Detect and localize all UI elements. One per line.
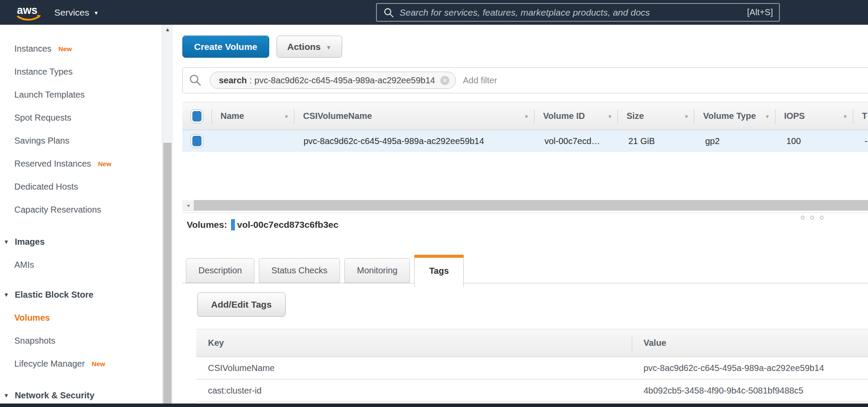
cell-volume-id: vol-00c7ecd… bbox=[535, 136, 619, 146]
actions-label: Actions bbox=[287, 42, 321, 52]
cell-throughput: - bbox=[855, 136, 868, 146]
horizontal-scrollbar-thumb[interactable] bbox=[194, 200, 868, 210]
aws-logo[interactable]: aws bbox=[16, 3, 43, 23]
sidebar-section-label: Network & Security bbox=[15, 391, 94, 400]
tags-table-header: Key Value bbox=[196, 329, 868, 357]
chevron-down-icon: ▼ bbox=[94, 9, 99, 16]
column-header-csivolumename[interactable]: CSIVolumeName ▾ bbox=[294, 102, 534, 130]
sort-caret-icon: ▾ bbox=[844, 113, 847, 120]
sort-caret-icon: ▾ bbox=[766, 113, 769, 120]
table-row[interactable]: pvc-8ac9d62c-c645-495a-989a-ac292ee59b14… bbox=[182, 130, 868, 152]
column-header-volume-id[interactable]: Volume ID ▾ bbox=[534, 102, 617, 130]
sort-caret-icon: ▾ bbox=[685, 113, 688, 120]
column-label: T bbox=[862, 111, 867, 121]
add-edit-tags-label: Add/Edit Tags bbox=[211, 299, 272, 310]
panel-title-prefix: Volumes: bbox=[187, 220, 227, 230]
tab-monitoring[interactable]: Monitoring bbox=[344, 258, 410, 283]
new-badge: New bbox=[98, 160, 112, 167]
sidebar-section-elastic-block-store[interactable]: ▼ Elastic Block Store bbox=[0, 283, 162, 306]
remove-filter-icon[interactable]: ✕ bbox=[440, 76, 449, 85]
create-volume-button[interactable]: Create Volume bbox=[182, 36, 269, 58]
global-search-input[interactable]: Search for services, features, marketpla… bbox=[376, 3, 780, 22]
sidebar-item-label: Lifecycle Manager bbox=[14, 359, 85, 369]
top-navigation-bar: aws Services ▼ Search for services, feat… bbox=[0, 0, 868, 25]
add-edit-tags-button[interactable]: Add/Edit Tags bbox=[197, 292, 286, 317]
sidebar-scrollbar[interactable]: ▲ bbox=[162, 25, 173, 404]
panel-resize-handle[interactable] bbox=[801, 216, 824, 220]
services-menu[interactable]: Services ▼ bbox=[54, 0, 99, 25]
tag-key: CSIVolumeName bbox=[196, 363, 632, 373]
column-header-volume-type[interactable]: Volume Type ▾ bbox=[694, 102, 775, 130]
sidebar-item-label: Launch Templates bbox=[14, 90, 85, 100]
sidebar-item-amis[interactable]: AMIs bbox=[0, 253, 162, 276]
sidebar-item-lifecycle-manager[interactable]: Lifecycle Manager New bbox=[0, 352, 162, 375]
sidebar-item-label: Instances bbox=[14, 44, 52, 54]
sidebar-item-instance-types[interactable]: Instance Types bbox=[0, 60, 162, 83]
add-filter-button[interactable]: Add filter bbox=[463, 75, 497, 85]
actions-button[interactable]: Actions ▼ bbox=[277, 36, 343, 58]
services-label: Services bbox=[54, 7, 89, 18]
scrollbar-left-icon[interactable]: ◂ bbox=[182, 200, 194, 210]
new-badge: New bbox=[59, 45, 72, 53]
column-label: Volume Type bbox=[703, 111, 756, 121]
column-header-iops[interactable]: IOPS ▾ bbox=[775, 102, 853, 130]
tab-label: Description bbox=[198, 266, 242, 276]
sort-caret-icon: ▾ bbox=[525, 113, 528, 120]
triangle-down-icon: ▼ bbox=[3, 392, 9, 399]
sidebar-section-label: Images bbox=[15, 237, 45, 247]
tag-row: CSIVolumeName pvc-8ac9d62c-c645-495a-989… bbox=[196, 357, 868, 380]
column-header-throughput[interactable]: T bbox=[853, 102, 868, 130]
sidebar-item-snapshots[interactable]: Snapshots bbox=[0, 329, 162, 352]
column-label: Volume ID bbox=[543, 111, 585, 121]
detail-tabs: Description Status Checks Monitoring Tag… bbox=[182, 250, 868, 283]
active-filter-tag[interactable]: search : pvc-8ac9d62c-c645-495a-989a-ac2… bbox=[210, 72, 456, 89]
tab-tags[interactable]: Tags bbox=[414, 255, 463, 287]
tab-description[interactable]: Description bbox=[186, 258, 254, 283]
sidebar-item-volumes[interactable]: Volumes bbox=[0, 306, 162, 329]
sidebar-item-label: Volumes bbox=[14, 313, 50, 323]
aws-console-window: aws Services ▼ Search for services, feat… bbox=[0, 0, 868, 407]
sidebar-item-instances[interactable]: Instances New bbox=[0, 37, 162, 60]
sidebar-item-label: Snapshots bbox=[14, 336, 56, 346]
sidebar-item-label: Instance Types bbox=[14, 67, 73, 77]
aws-logo-icon: aws bbox=[16, 3, 43, 22]
volume-detail-panel: Volumes: vol-00c7ecd873c6fb3ec Descripti… bbox=[182, 213, 868, 404]
volumes-table: Name ▾ CSIVolumeName ▾ Volume ID ▾ Size … bbox=[182, 102, 868, 152]
column-header-name[interactable]: Name ▾ bbox=[211, 102, 294, 130]
sidebar-scrollbar-thumb[interactable] bbox=[163, 143, 172, 404]
tab-status-checks[interactable]: Status Checks bbox=[259, 258, 340, 283]
sidebar-item-label: Dedicated Hosts bbox=[14, 182, 78, 192]
scrollbar-up-icon[interactable]: ▲ bbox=[162, 26, 173, 33]
horizontal-scrollbar[interactable]: ◂ bbox=[182, 200, 868, 211]
tab-label: Monitoring bbox=[357, 266, 397, 276]
sidebar-section-network-security[interactable]: ▼ Network & Security bbox=[0, 384, 162, 404]
select-all-checkbox[interactable] bbox=[191, 109, 203, 123]
tag-value: 4b092cb5-3458-4f90-9b4c-5081bf9488c5 bbox=[632, 386, 868, 396]
column-label: Name bbox=[221, 111, 244, 121]
panel-title-volume-id: vol-00c7ecd873c6fb3ec bbox=[237, 220, 339, 230]
volumes-table-header: Name ▾ CSIVolumeName ▾ Volume ID ▾ Size … bbox=[182, 102, 868, 130]
sidebar-item-dedicated-hosts[interactable]: Dedicated Hosts bbox=[0, 175, 162, 198]
column-header-size[interactable]: Size ▾ bbox=[617, 102, 694, 130]
sidebar-item-launch-templates[interactable]: Launch Templates bbox=[0, 83, 162, 106]
sidebar-item-capacity-reservations[interactable]: Capacity Reservations bbox=[0, 198, 162, 221]
window-bottom-edge bbox=[0, 404, 868, 407]
column-label: Size bbox=[627, 111, 644, 121]
tag-value: pvc-8ac9d62c-c645-495a-989a-ac292ee59b14 bbox=[632, 363, 868, 373]
search-icon bbox=[189, 74, 202, 87]
sidebar-item-spot-requests[interactable]: Spot Requests bbox=[0, 106, 162, 129]
filter-bar[interactable]: search : pvc-8ac9d62c-c645-495a-989a-ac2… bbox=[182, 67, 868, 93]
cell-volume-type: gp2 bbox=[696, 136, 777, 146]
search-icon bbox=[383, 7, 394, 18]
filter-value: pvc-8ac9d62c-c645-495a-989a-ac292ee59b14 bbox=[254, 75, 435, 85]
sidebar-item-label: Savings Plans bbox=[14, 136, 69, 146]
create-volume-label: Create Volume bbox=[194, 42, 257, 52]
row-checkbox[interactable] bbox=[191, 134, 203, 148]
sidebar-item-savings-plans[interactable]: Savings Plans bbox=[0, 129, 162, 152]
search-placeholder: Search for services, features, marketpla… bbox=[399, 7, 747, 18]
sidebar-item-label: Capacity Reservations bbox=[14, 205, 101, 215]
sidebar-item-reserved-instances[interactable]: Reserved Instances New bbox=[0, 152, 162, 175]
sidebar-section-images[interactable]: ▼ Images bbox=[0, 230, 162, 253]
sidebar-item-label: AMIs bbox=[14, 260, 34, 270]
search-shortcut-hint: [Alt+S] bbox=[747, 7, 773, 17]
